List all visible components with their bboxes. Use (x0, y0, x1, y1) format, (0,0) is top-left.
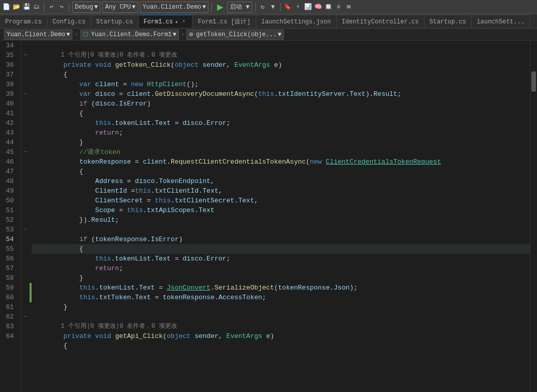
run-button[interactable]: ▶ (215, 2, 225, 12)
collapse-59 (21, 283, 30, 293)
linenum-62: 62 (0, 312, 17, 322)
class-icon: ⬡ (83, 31, 88, 38)
linenum-49: 49 (0, 186, 17, 196)
code-line-41: { (32, 109, 530, 118)
tasks-icon[interactable]: ⊞ (345, 3, 353, 11)
linenum-39: 39 (0, 89, 17, 99)
collapse-39[interactable]: − (21, 89, 30, 99)
editor-container: 34 35 36 37 38 39 40 41 42 43 44 45 46 4… (0, 41, 537, 392)
namespace-dropdown[interactable]: Yuan.Client.Demo ▼ (4, 30, 72, 40)
linenum-35: 35 (0, 50, 17, 60)
linenum-38: 38 (0, 80, 17, 89)
tab-form1-label: Form1.cs (144, 18, 173, 25)
thread-icon[interactable]: ≡ (335, 3, 343, 11)
collapse-53[interactable]: − (21, 225, 30, 234)
code-editor[interactable]: 1 个引用|0 项更改|0 名作者，0 项更改 private void get… (30, 41, 530, 392)
linenum-45: 45 (0, 147, 17, 157)
linenum-41: 41 (0, 109, 17, 118)
linenum-50: 50 (0, 196, 17, 205)
method-icon: ⚙ (189, 31, 193, 38)
code-line-57: return; (32, 264, 530, 273)
scrollbar-thumb[interactable] (531, 71, 536, 92)
collapse-57 (21, 264, 30, 273)
code-line-63: 1 个引用|0 项更改|0 名作者，0 项更改 (32, 322, 530, 331)
code-line-60: this.txtToken.Text = tokenResponse.Acces… (32, 293, 530, 302)
collapse-58 (21, 273, 30, 283)
collapse-50 (21, 196, 30, 205)
cpu2-icon[interactable]: 🔲 (325, 3, 333, 11)
collapse-45[interactable]: − (21, 147, 30, 157)
debug-label: Debug (75, 4, 93, 11)
more-icon[interactable]: ▼ (269, 3, 277, 11)
bookmark-icon[interactable]: 🔖 (284, 3, 292, 11)
method-label: getToken_Click(obje... (196, 31, 277, 38)
start-dropdown[interactable]: 启动 ▼ (227, 2, 252, 13)
code-line-51: Scope = this.txtApiScopes.Text (32, 205, 530, 215)
tab-program-label: Program.cs (5, 18, 42, 25)
linenum-37: 37 (0, 70, 17, 80)
collapse-56 (21, 254, 30, 264)
code-line-45: //请求token (32, 147, 530, 157)
code-line-34 (32, 41, 530, 50)
save-icon[interactable]: 💾 (22, 3, 31, 11)
method-chevron: ▼ (278, 31, 281, 38)
collapse-60 (21, 293, 30, 302)
vertical-scrollbar[interactable] (530, 41, 537, 392)
cpu-dropdown[interactable]: Any CPU ▼ (102, 2, 138, 13)
collapse-61 (21, 302, 30, 312)
tab-config[interactable]: Config.cs (47, 15, 91, 28)
undo-icon[interactable]: ↩ (47, 3, 56, 11)
open-file-icon[interactable]: 📂 (12, 3, 20, 11)
linenum-52: 52 (0, 215, 17, 225)
tab-identitycontroller[interactable]: IdentityController.cs (337, 15, 424, 28)
code-line-50: ClientSecret = this.txtClientSecret.Text… (32, 196, 530, 205)
tab-form1-close[interactable]: × (180, 18, 187, 25)
diagnostics-icon[interactable]: ⚡ (294, 3, 302, 11)
debug-chevron: ▼ (94, 4, 98, 11)
linenum-60: 60 (0, 293, 17, 302)
refresh-icon[interactable]: ↻ (259, 3, 267, 11)
tab-form1[interactable]: Form1.cs ✦ × (139, 15, 193, 28)
start-label: 启动 ▼ (230, 3, 249, 11)
linenum-57: 57 (0, 264, 17, 273)
code-line-52: }).Result; (32, 215, 530, 225)
linenum-43: 43 (0, 128, 17, 138)
mem-icon[interactable]: 🧠 (314, 3, 323, 11)
collapse-55 (21, 244, 30, 254)
collapse-gutter: − − − − − (21, 41, 30, 392)
collapse-62[interactable]: − (21, 312, 30, 322)
collapse-37 (21, 70, 30, 80)
collapse-63 (21, 322, 30, 331)
linenum-61: 61 (0, 302, 17, 312)
tab-form1design-label: Form1.cs [设计] (198, 17, 250, 26)
project-dropdown[interactable]: Yuan.Client.Demo ▼ (140, 2, 208, 13)
linenum-36: 36 (0, 60, 17, 70)
code-line-66 (32, 351, 530, 360)
code-line-42: this.tokenList.Text = disco.Error; (32, 118, 530, 128)
collapse-35[interactable]: − (21, 50, 30, 60)
code-line-40: if (disco.IsError) (32, 99, 530, 109)
code-line-62 (32, 312, 530, 322)
green-bookmark-60 (30, 293, 32, 302)
code-line-38: var client = new HttpClient(); (32, 80, 530, 89)
tab-form1design[interactable]: Form1.cs [设计] (193, 15, 256, 28)
save-all-icon[interactable]: 🗂 (33, 3, 41, 11)
tab-startup[interactable]: Startup.cs (91, 15, 139, 28)
code-line-35: 1 个引用|0 项更改|0 名作者，0 项更改 (32, 50, 530, 60)
code-line-43: return; (32, 128, 530, 138)
collapse-34 (21, 41, 30, 50)
perf-icon[interactable]: 📊 (304, 3, 312, 11)
class-dropdown[interactable]: ⬡ Yuan.Client.Demo.Form1 ▼ (80, 30, 179, 40)
tab-launchsettings[interactable]: launchSettings.json (256, 15, 337, 28)
method-dropdown[interactable]: ⚙ getToken_Click(obje... ▼ (186, 30, 284, 40)
linenum-58: 58 (0, 273, 17, 283)
new-file-icon[interactable]: 📄 (2, 3, 10, 11)
code-line-53 (32, 225, 530, 234)
tab-program[interactable]: Program.cs (0, 15, 47, 28)
debug-dropdown[interactable]: Debug ▼ (72, 2, 100, 13)
tab-launchsettings2[interactable]: launchSett... (472, 15, 530, 28)
tab-startup2[interactable]: Startup.cs (424, 15, 472, 28)
collapse-38 (21, 80, 30, 89)
redo-icon[interactable]: ↪ (58, 3, 66, 11)
tab-launchsettings-label: launchSettings.json (261, 18, 331, 25)
